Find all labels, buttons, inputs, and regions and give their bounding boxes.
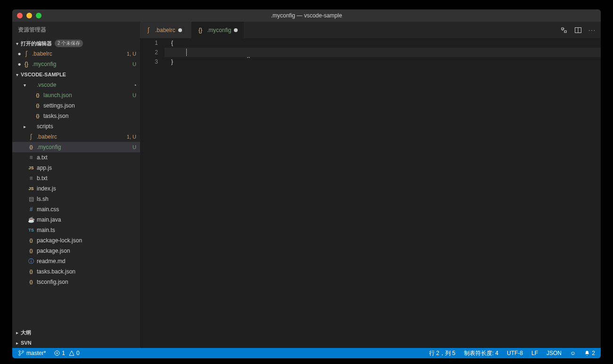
code-content[interactable]: {} xyxy=(165,38,601,348)
file-tree-item[interactable]: {} tasks.back.json xyxy=(12,266,140,277)
code-line[interactable] xyxy=(165,48,601,57)
editor-group: ʃ .babelrc {} .myconfig ··· 123 xyxy=(140,22,601,348)
file-type-icon: # xyxy=(27,206,35,213)
window-title: .myconfig — vscode-sample xyxy=(271,12,342,19)
line-number-gutter: 123 xyxy=(140,38,165,348)
file-name: main.ts xyxy=(37,227,136,233)
file-tree-item[interactable]: {} launch.json U xyxy=(12,90,140,100)
file-type-icon: {} xyxy=(27,269,35,274)
tab-size-status[interactable]: 制表符长度: 4 xyxy=(462,349,500,357)
file-tree-item[interactable]: {} tasks.json xyxy=(12,111,140,121)
file-name: tasks.json xyxy=(43,113,136,119)
encoding-status[interactable]: UTF-8 xyxy=(505,350,525,356)
split-editor-icon[interactable] xyxy=(574,26,582,34)
file-tree-item[interactable]: # main.css xyxy=(12,204,140,215)
dirty-dot-icon: ● xyxy=(16,50,23,57)
file-name: package.json xyxy=(37,248,136,254)
compare-changes-icon[interactable] xyxy=(560,26,568,34)
tab-title: .babelrc xyxy=(155,27,175,33)
file-name: .vscode xyxy=(37,82,134,88)
line-number: 3 xyxy=(140,57,158,66)
code-text: } xyxy=(171,58,173,65)
file-tree-item[interactable]: ☕ main.java xyxy=(12,215,140,225)
file-name: index.js xyxy=(37,185,136,192)
file-tree-item[interactable]: ⓘ readme.md xyxy=(12,256,140,266)
file-tree-item[interactable]: JS app.js xyxy=(12,163,140,173)
warning-icon xyxy=(69,350,75,356)
chevron-right-icon: ▸ xyxy=(14,340,20,346)
file-tree-item[interactable]: ▤ ls.sh xyxy=(12,194,140,204)
file-tree-item[interactable]: {} tsconfig.json xyxy=(12,277,140,287)
line-number: 1 xyxy=(140,38,158,48)
file-tree-item[interactable]: {} .myconfig U xyxy=(12,142,140,152)
file-name: tasks.back.json xyxy=(37,268,136,275)
maximize-window-button[interactable] xyxy=(36,13,41,18)
file-name: b.txt xyxy=(37,175,136,182)
workspace-section-header[interactable]: ▾ VSCODE-SAMPLE xyxy=(12,69,140,80)
file-type-icon: ≡ xyxy=(27,154,35,161)
tree-arrow-icon: ▸ xyxy=(22,124,27,129)
file-type-icon: ☕ xyxy=(27,216,35,223)
status-bar: master* 1 0 行 2，列 5 制表符长度: 4 UTF-8 LF JS… xyxy=(12,348,601,358)
file-type-icon: {} xyxy=(27,238,35,243)
notifications-status[interactable]: 2 xyxy=(582,350,597,356)
file-tree-item[interactable]: ▾ .vscode • xyxy=(12,80,140,90)
file-git-status: U xyxy=(133,92,136,98)
file-name: package-lock.json xyxy=(37,237,136,244)
tab-bar: ʃ .babelrc {} .myconfig ··· xyxy=(140,22,601,38)
file-type-icon: {} xyxy=(34,93,41,98)
code-line[interactable]: } xyxy=(165,57,601,66)
file-name: .myconfig xyxy=(37,144,133,150)
sidebar-section-header[interactable]: ▸SVN xyxy=(12,338,140,348)
file-git-status: 1, U xyxy=(127,51,136,57)
file-name: .babelrc xyxy=(37,133,127,140)
error-count: 1 xyxy=(62,350,65,356)
sidebar: 资源管理器 ▾ 打开的编辑器 2 个未保存 ● ʃ .babelrc 1, U … xyxy=(12,22,140,348)
open-editor-item[interactable]: ● ʃ .babelrc 1, U xyxy=(12,49,140,59)
file-tree-item[interactable]: ≡ a.txt xyxy=(12,152,140,163)
file-type-icon: {} xyxy=(27,280,35,284)
code-line[interactable]: { xyxy=(165,38,601,48)
sidebar-section-header[interactable]: ▸大纲 xyxy=(12,327,140,338)
close-window-button[interactable] xyxy=(17,13,23,18)
text-caret xyxy=(186,49,187,56)
file-name: ls.sh xyxy=(37,196,136,202)
file-name: settings.json xyxy=(43,102,136,109)
language-mode-status[interactable]: JSON xyxy=(545,350,563,356)
open-editors-section-header[interactable]: ▾ 打开的编辑器 2 个未保存 xyxy=(12,38,140,49)
editor-tab[interactable]: {} .myconfig xyxy=(192,22,244,38)
file-tree-item[interactable]: JS index.js xyxy=(12,183,140,194)
sidebar-title: 资源管理器 xyxy=(12,22,140,38)
file-name: main.css xyxy=(37,206,136,213)
file-name: a.txt xyxy=(37,154,136,161)
file-tree-item[interactable]: ≡ b.txt xyxy=(12,173,140,183)
file-tree-item[interactable]: TS main.ts xyxy=(12,225,140,235)
file-tree-item[interactable]: {} package.json xyxy=(12,246,140,256)
bell-icon xyxy=(584,350,590,356)
code-editor[interactable]: 123 {} xyxy=(140,38,601,348)
open-editor-item[interactable]: ● {} .myconfig U xyxy=(12,59,140,69)
file-tree-item[interactable]: {} settings.json xyxy=(12,100,140,111)
chevron-down-icon: ▾ xyxy=(14,72,20,77)
editor-tab[interactable]: ʃ .babelrc xyxy=(140,22,192,38)
workspace-label: VSCODE-SAMPLE xyxy=(21,72,66,77)
svg-point-2 xyxy=(19,351,21,353)
eol-status[interactable]: LF xyxy=(530,350,540,356)
more-actions-icon[interactable]: ··· xyxy=(588,27,596,33)
minimize-window-button[interactable] xyxy=(26,13,32,18)
problems-status[interactable]: 1 0 xyxy=(52,350,81,356)
file-tree-item[interactable]: ʃ .babelrc 1, U xyxy=(12,132,140,142)
file-name: launch.json xyxy=(43,92,133,99)
tab-title: .myconfig xyxy=(207,27,231,33)
file-type-icon: ʃ xyxy=(27,133,35,140)
section-label: SVN xyxy=(21,340,32,346)
cursor-position-status[interactable]: 行 2，列 5 xyxy=(427,349,457,357)
git-branch-status[interactable]: master* xyxy=(16,350,48,356)
file-name: tsconfig.json xyxy=(37,279,136,285)
file-tree-item[interactable]: ▸ scripts xyxy=(12,121,140,132)
titlebar: .myconfig — vscode-sample xyxy=(12,9,601,22)
feedback-icon[interactable]: ☺ xyxy=(568,350,578,356)
file-tree-item[interactable]: {} package-lock.json xyxy=(12,235,140,246)
branch-icon xyxy=(18,350,25,356)
file-type-icon: {} xyxy=(34,103,41,108)
